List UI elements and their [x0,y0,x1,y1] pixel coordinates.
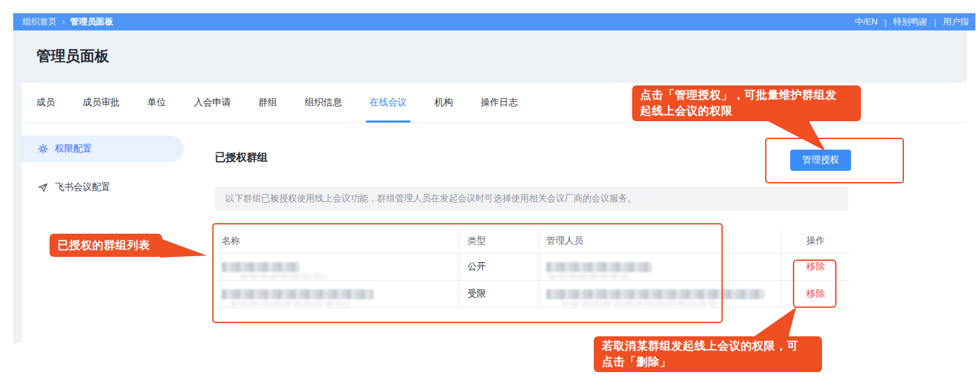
topbar-divider: | [934,17,936,27]
top-breadcrumb-bar: 组织首页 › 管理员面板 中/EN | 特别鸣谢 | 用户指 [13,13,975,30]
credits-link[interactable]: 特别鸣谢 [893,16,928,28]
breadcrumb-current: 管理员面板 [70,16,113,28]
sidebar-item-feishu-meeting-config[interactable]: 飞书会议配置 [22,174,184,201]
table-header-row: 名称 类型 管理人员 操作 [215,228,850,254]
col-header-managers: 管理人员 [540,228,782,254]
col-header-type: 类型 [460,228,540,254]
redacted-text [546,289,764,299]
tab-institutions[interactable]: 机构 [434,83,453,122]
cell-actions: 移除 [782,281,850,308]
sidebar-item-label: 权限配置 [55,143,92,155]
tab-members[interactable]: 成员 [36,83,55,122]
table-row: 受限 移除 [215,281,850,308]
tab-join-requests[interactable]: 入会申请 [194,83,231,122]
section-title: 已授权群组 [215,151,268,165]
redacted-text [549,273,628,279]
screenshot-root: 组织首页 › 管理员面板 中/EN | 特别鸣谢 | 用户指 管理员面板 成员 … [0,0,980,384]
cell-group-type: 公开 [460,254,540,281]
cell-group-name [215,281,460,308]
col-header-name: 名称 [215,228,460,254]
topbar-links: 中/EN | 特别鸣谢 | 用户指 [855,16,969,28]
redacted-text [231,301,350,307]
manage-authorization-button[interactable]: 管理授权 [790,150,851,171]
tab-online-meeting[interactable]: 在线会议 [370,83,407,122]
sidebar-item-permission-config[interactable]: 权限配置 [22,136,184,162]
redacted-text [546,262,652,272]
cell-group-managers [540,254,782,281]
tab-operation-log[interactable]: 操作日志 [481,83,518,122]
remove-link[interactable]: 移除 [807,261,825,273]
cell-actions: 移除 [782,254,850,281]
col-header-actions: 操作 [782,228,850,254]
tab-org-info[interactable]: 组织信息 [305,83,342,122]
breadcrumb-separator-icon: › [62,17,65,26]
sub-sidebar: 权限配置 飞书会议配置 [22,136,184,201]
table-row: 公开 移除 [215,254,850,281]
tab-member-approval[interactable]: 成员审批 [83,83,120,122]
tab-bar: 成员 成员审批 单位 入会申请 群组 组织信息 在线会议 机构 操作日志 [22,83,967,123]
remove-link[interactable]: 移除 [807,288,825,300]
cell-group-type: 受限 [460,281,540,308]
cell-group-name [215,254,460,281]
redacted-text [562,301,721,307]
notice-banner: 以下群组已被授权使用线上会议功能，群组管理人员在发起会议时可选择使用相关会议厂商… [215,187,848,211]
topbar-divider: | [884,17,886,27]
authorized-groups-table: 名称 类型 管理人员 操作 公开 移除 [215,228,850,308]
redacted-text [222,289,374,299]
feishu-meeting-icon [38,182,48,193]
user-guide-link[interactable]: 用户指 [943,16,969,28]
content-card: 成员 成员审批 单位 入会申请 群组 组织信息 在线会议 机构 操作日志 [22,83,967,343]
tab-groups[interactable]: 群组 [259,83,277,122]
gear-icon [38,144,48,154]
redacted-text [240,273,326,279]
page-title: 管理员面板 [36,46,109,66]
redacted-text [222,262,300,272]
tab-units[interactable]: 单位 [147,83,166,122]
breadcrumb-home-link[interactable]: 组织首页 [22,16,57,28]
breadcrumb: 组织首页 › 管理员面板 [22,16,113,28]
cell-group-managers [540,281,782,308]
language-toggle-link[interactable]: 中/EN [855,16,878,28]
sidebar-item-label: 飞书会议配置 [55,181,110,193]
